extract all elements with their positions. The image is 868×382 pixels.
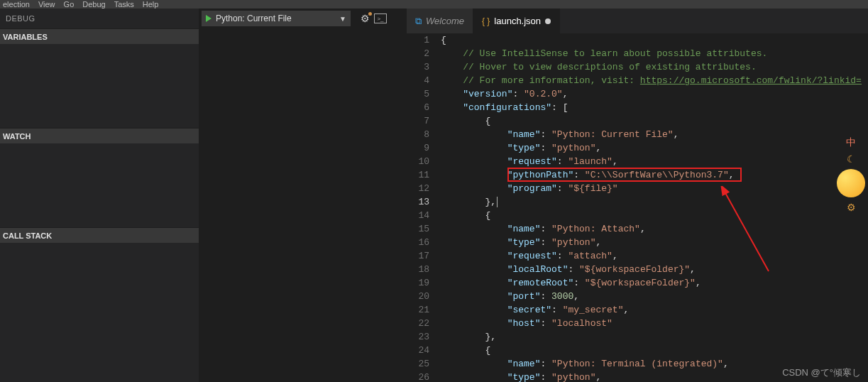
watermark: CSDN @て°倾寒し [782,366,861,379]
section-watch-header[interactable]: WATCH [0,128,199,143]
variables-body [0,44,199,128]
callstack-body [0,243,199,382]
gear-icon[interactable]: ⚙ [361,13,370,24]
debug-toolbar: Python: Current File ▼ ⚙ >_ [199,9,407,28]
tab-label: launch.json [494,16,541,26]
lang-indicator[interactable]: 中 [846,136,856,149]
menu-item[interactable]: election [3,0,30,9]
section-variables-header[interactable]: VARIABLES [0,28,199,44]
empty-editor-group [199,28,407,382]
debug-config-label: Python: Current File [216,13,339,23]
menu-item[interactable]: Help [143,0,159,9]
tab-welcome[interactable]: ⧉ Welcome [407,9,473,33]
assistant-orb-icon[interactable] [837,169,865,197]
dirty-indicator-icon [545,18,551,24]
menubar: election View Go Debug Tasks Help [0,0,868,9]
tab-launch-json[interactable]: { } launch.json [473,9,560,33]
center-area: Python: Current File ▼ ⚙ >_ [199,9,407,382]
gear-icon[interactable]: ⚙ [847,202,856,213]
tab-bar: ⧉ Welcome { } launch.json [407,9,868,33]
section-callstack-header[interactable]: CALL STACK [0,227,199,243]
debug-console-icon[interactable]: >_ [374,13,387,23]
menu-item[interactable]: Debug [82,0,105,9]
code-editor[interactable]: 1234567891011121314151617181920212223242… [407,33,868,382]
play-icon [206,15,211,22]
debug-sidebar: DEBUG VARIABLES WATCH CALL STACK [0,9,199,382]
json-icon: { } [482,16,490,26]
chevron-down-icon: ▼ [339,15,346,23]
code-content[interactable]: { // Use IntelliSense to learn about pos… [441,33,868,382]
assistant-widget[interactable]: 中 ☾ ⚙ [837,136,865,213]
vscode-icon: ⧉ [415,16,422,27]
moon-icon: ☾ [847,153,856,165]
menu-item[interactable]: Tasks [114,0,134,9]
line-gutter: 1234567891011121314151617181920212223242… [407,33,441,382]
debug-config-dropdown[interactable]: Python: Current File ▼ [202,11,351,26]
debug-title: DEBUG [6,14,35,23]
watch-body [0,143,199,227]
editor-group: ⧉ Welcome { } launch.json 12345678910111… [407,9,868,382]
tab-label: Welcome [426,16,464,26]
menu-item[interactable]: Go [64,0,75,9]
menu-item[interactable]: View [38,0,55,9]
